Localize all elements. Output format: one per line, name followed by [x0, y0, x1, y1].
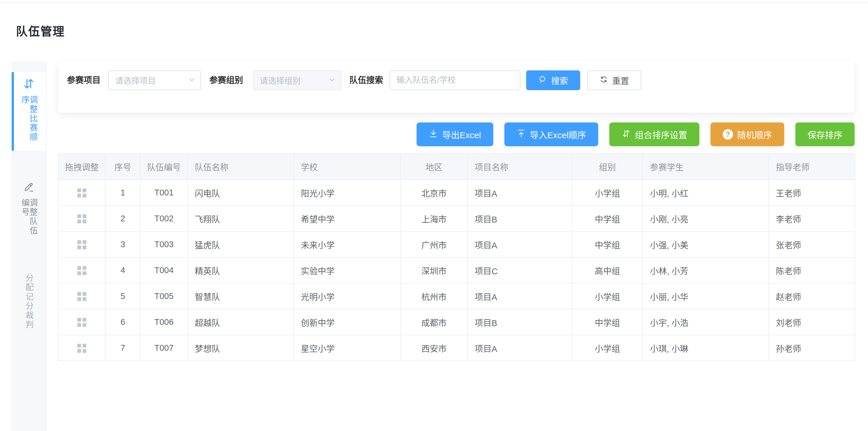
drag-handle[interactable]: [77, 266, 86, 275]
column-header-group: 组别: [572, 154, 643, 180]
drag-handle[interactable]: [77, 240, 86, 249]
cell-code: T003: [141, 232, 187, 257]
search-button[interactable]: 搜索: [526, 70, 580, 90]
tab-assign-scoring-referee[interactable]: 分配记分裁判: [12, 274, 46, 332]
random-order-label: 随机顺序: [737, 128, 772, 141]
cell-text: 中学组: [595, 241, 620, 250]
team-search-label: 队伍搜索: [349, 70, 383, 90]
project-select[interactable]: 请选择项目: [108, 70, 201, 90]
cell-text: 赵老师: [776, 293, 801, 302]
cell-school: 未来小学: [293, 232, 401, 257]
cell-text: 成都市: [421, 318, 446, 328]
cell-seq: 6: [105, 309, 141, 335]
cell-text: 3: [120, 240, 125, 249]
cell-seq: 3: [105, 232, 141, 257]
cell-text: 小强, 小美: [650, 241, 688, 250]
cell-text: 小明, 小红: [650, 189, 688, 198]
cell-text: 项目A: [475, 293, 497, 302]
random-order-button[interactable]: ? 随机顺序: [710, 122, 784, 146]
cell-school: 阳光小学: [293, 180, 401, 206]
cell-school: 光明小学: [293, 283, 401, 309]
drag-handle[interactable]: [77, 188, 86, 197]
cell-text: 项目A: [475, 241, 497, 250]
team-search-input[interactable]: [390, 70, 520, 90]
search-button-label: 搜索: [551, 74, 568, 86]
drag-handle[interactable]: [77, 292, 86, 301]
search-icon: [538, 75, 547, 86]
table-row: 7T007梦想队星空小学西安市项目A小学组小琪, 小琳孙老师: [58, 335, 855, 361]
column-header-project: 项目名称: [467, 154, 572, 180]
cell-region: 北京市: [401, 180, 467, 206]
table-header-row: 拖拽调整序号队伍编号队伍名称学校地区项目名称组别参赛学生指导老师: [58, 154, 855, 180]
cell-teacher: 赵老师: [769, 283, 855, 309]
tab-adjust-team-number[interactable]: 调整队伍编号: [12, 181, 46, 244]
cell-teacher: 陈老师: [769, 257, 855, 283]
tab-adjust-match-order[interactable]: 调整比赛顺序: [12, 72, 46, 151]
cell-text: 广州市: [421, 241, 446, 250]
cell-code: T002: [141, 206, 187, 232]
cell-text: 4: [120, 266, 125, 275]
chevron-down-icon: [328, 75, 336, 85]
group-filter-label: 参赛组别: [209, 70, 243, 90]
cell-teacher: 王老师: [769, 180, 855, 206]
cell-text: 飞翔队: [195, 215, 220, 224]
cell-seq: 7: [105, 335, 141, 361]
cell-text: 项目A: [475, 344, 497, 353]
project-select-placeholder: 请选择项目: [115, 74, 156, 86]
cell-text: T007: [154, 343, 174, 352]
left-tab-bar: 调整比赛顺序 调整队伍编号 分配记分裁判: [12, 61, 46, 431]
cell-text: 1: [120, 188, 125, 197]
drag-handle[interactable]: [77, 318, 86, 327]
import-excel-button[interactable]: 导入Excel顺序: [504, 122, 598, 146]
cell-group: 中学组: [572, 232, 643, 257]
cell-text: 中学组: [595, 318, 620, 328]
cell-project: 项目A: [467, 232, 572, 257]
group-select-placeholder: 请选择组别: [260, 74, 301, 86]
cell-text: 王老师: [776, 189, 801, 198]
combo-sort-settings-button[interactable]: 组合排序设置: [609, 122, 700, 146]
reset-button[interactable]: 重置: [587, 70, 641, 90]
cell-project: 项目C: [467, 257, 572, 283]
chevron-down-icon: [188, 75, 196, 85]
cell-drag: [58, 180, 105, 206]
cell-text: 项目C: [475, 267, 498, 276]
team-table: 拖拽调整序号队伍编号队伍名称学校地区项目名称组别参赛学生指导老师 1T001闪电…: [58, 153, 855, 361]
cell-name: 闪电队: [187, 180, 293, 206]
cell-code: T005: [141, 283, 187, 309]
cell-project: 项目A: [467, 335, 572, 361]
cell-text: 李老师: [776, 215, 801, 224]
cell-text: 实验中学: [301, 267, 335, 276]
column-header-code: 队伍编号: [141, 154, 187, 180]
cell-text: T006: [154, 317, 174, 327]
column-header-school: 学校: [293, 154, 401, 180]
cell-text: 深圳市: [421, 267, 446, 276]
cell-code: T004: [141, 257, 187, 283]
cell-text: 刘老师: [776, 318, 801, 328]
save-order-button[interactable]: 保存排序: [795, 122, 855, 146]
cell-project: 项目B: [467, 309, 572, 335]
cell-text: 闪电队: [195, 189, 220, 198]
cell-name: 飞翔队: [187, 206, 293, 232]
cell-text: 星空小学: [301, 344, 335, 353]
cell-text: 希望中学: [301, 215, 335, 224]
cell-group: 小学组: [572, 335, 643, 361]
cell-text: 小刚, 小亮: [650, 215, 688, 224]
cell-teacher: 孙老师: [769, 335, 855, 361]
cell-text: 杭州市: [421, 293, 446, 302]
cell-text: T001: [154, 188, 174, 197]
cell-text: 高中组: [595, 267, 620, 276]
drag-handle[interactable]: [77, 344, 86, 353]
cell-name: 超越队: [187, 309, 293, 335]
cell-text: 张老师: [776, 241, 801, 250]
cell-text: 中学组: [595, 215, 620, 224]
group-select[interactable]: 请选择组别: [253, 70, 341, 90]
cell-text: 猛虎队: [195, 241, 220, 250]
cell-text: 创新中学: [301, 318, 335, 328]
table-row: 3T003猛虎队未来小学广州市项目A中学组小强, 小美张老师: [58, 232, 855, 257]
cell-students: 小琪, 小琳: [643, 335, 769, 361]
cell-text: 小林, 小芳: [650, 267, 688, 276]
table-actions: 导出Excel 导入Excel顺序 组合排序设置: [58, 122, 855, 146]
export-excel-label: 导出Excel: [442, 128, 481, 141]
export-excel-button[interactable]: 导出Excel: [416, 122, 493, 146]
drag-handle[interactable]: [77, 214, 86, 223]
